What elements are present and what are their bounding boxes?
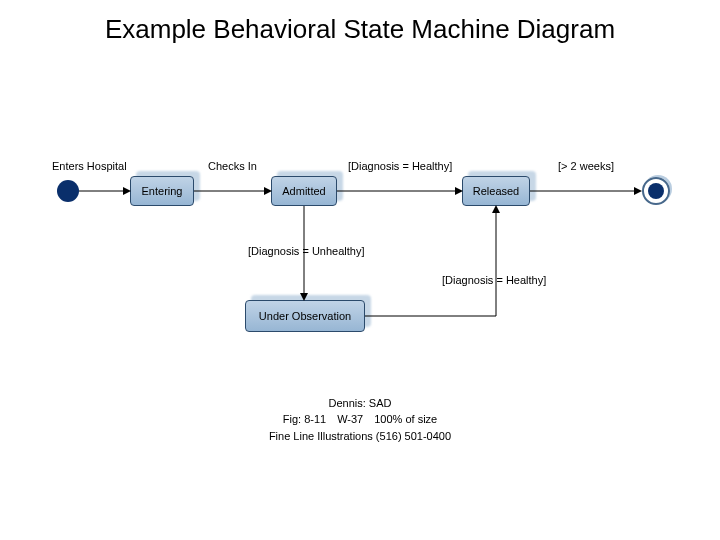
arrow-enters-hospital [79,186,131,198]
label-enters-hospital: Enters Hospital [52,160,127,172]
svg-marker-7 [634,187,642,195]
state-admitted-label: Admitted [271,176,337,206]
arrow-diag-healthy-bottom [365,205,505,325]
initial-state [57,180,79,202]
label-gt2weeks: [> 2 weeks] [558,160,614,172]
state-released: Released [462,176,530,206]
label-checks-in: Checks In [208,160,257,172]
slide: Example Behavioral State Machine Diagram… [0,0,720,540]
svg-marker-5 [455,187,463,195]
page-title: Example Behavioral State Machine Diagram [0,14,720,45]
footer-line1: Dennis: SAD [0,395,720,412]
footer-line2: Fig: 8-11 W-37 100% of size [0,411,720,428]
arrow-checks-in [194,186,272,198]
state-released-label: Released [462,176,530,206]
state-entering-label: Entering [130,176,194,206]
label-diag-healthy-top: [Diagnosis = Healthy] [348,160,452,172]
svg-marker-9 [300,293,308,301]
state-admitted: Admitted [271,176,337,206]
svg-marker-3 [264,187,272,195]
footer: Dennis: SAD Fig: 8-11 W-37 100% of size … [0,395,720,445]
arrow-gt2weeks [530,186,642,198]
arrow-diag-healthy-top [337,186,463,198]
state-under-observation: Under Observation [245,300,365,332]
label-diag-unhealthy: [Diagnosis = Unhealthy] [248,245,364,257]
state-under-observation-label: Under Observation [245,300,365,332]
final-state [642,177,670,205]
svg-marker-1 [123,187,131,195]
label-diag-healthy-bottom: [Diagnosis = Healthy] [442,274,546,286]
footer-line3: Fine Line Illustrations (516) 501-0400 [0,428,720,445]
svg-marker-10 [492,205,500,213]
state-entering: Entering [130,176,194,206]
